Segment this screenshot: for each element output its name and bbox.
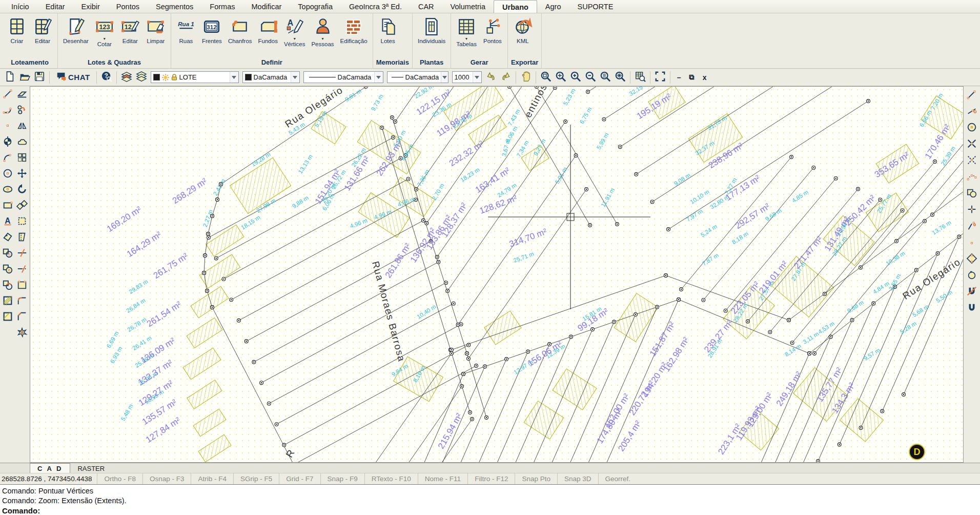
menu-tab-formas[interactable]: Formas xyxy=(201,0,243,13)
edit-vertices-tool[interactable] xyxy=(16,280,28,292)
ribbon-button-editar[interactable]: Editar xyxy=(30,14,55,45)
pan-button[interactable] xyxy=(519,71,533,84)
zoom-extents-button[interactable] xyxy=(614,71,627,84)
redo-button[interactable] xyxy=(499,71,513,84)
window-close-button[interactable]: x xyxy=(699,73,710,82)
layer-combo[interactable]: LOTE xyxy=(151,71,239,83)
draw-point-tool[interactable] xyxy=(2,121,14,133)
menu-tab-geoincra-3-ed-[interactable]: GeoIncra 3ª Ed. xyxy=(341,0,410,13)
explode-tool[interactable] xyxy=(16,327,28,340)
ribbon-button-limpar[interactable]: Limpar xyxy=(143,14,169,45)
snap-perpendicular-tool[interactable] xyxy=(966,221,978,233)
snap-center-tool[interactable] xyxy=(966,122,978,134)
ribbon-button-lotes[interactable]: Lotes xyxy=(375,14,401,45)
dropdown-arrow-icon[interactable]: ▾ xyxy=(104,37,106,41)
snap-rotate-tool[interactable] xyxy=(966,270,978,282)
hatch-light-tool[interactable] xyxy=(2,311,14,324)
menu-tab-pontos[interactable]: Pontos xyxy=(108,0,148,13)
ribbon-button-criar[interactable]: Criar xyxy=(4,14,30,45)
scale-combo[interactable]: 1000 xyxy=(452,71,482,83)
help-button[interactable]: ? xyxy=(100,71,113,84)
snap-endpoint-tool[interactable] xyxy=(966,89,978,102)
lineweight-combo[interactable]: DaCamada xyxy=(387,71,448,83)
snap-toggle-grid-f7[interactable]: Grid - F7 xyxy=(279,473,320,484)
snap-toggle-snap-f9[interactable]: Snap - F9 xyxy=(320,473,364,484)
snap-quadrant-tool[interactable] xyxy=(966,253,978,266)
linetype-combo[interactable]: DaCamada xyxy=(303,71,383,83)
chevron-down-icon[interactable] xyxy=(230,72,238,83)
ribbon-button-individuais[interactable]: Individuais xyxy=(415,14,448,45)
zoom-out-button[interactable] xyxy=(584,71,597,84)
menu-tab-modificar[interactable]: Modificar xyxy=(243,0,290,13)
snap-off-tool[interactable] xyxy=(966,286,978,299)
draw-tag-tool[interactable] xyxy=(2,232,14,244)
snap-intersection-tool[interactable] xyxy=(966,138,978,151)
dropdown-arrow-icon[interactable]: ▾ xyxy=(465,37,467,41)
color-combo[interactable]: DaCamada xyxy=(242,71,300,83)
snap-point-tool[interactable] xyxy=(966,237,978,249)
draw-polyline-tool[interactable] xyxy=(2,105,14,117)
snap-toggle-filtro-f12[interactable]: Filtro - F12 xyxy=(467,473,515,484)
menu-tab-topografia[interactable]: Topografia xyxy=(290,0,341,13)
ribbon-button-kml[interactable]: KML xyxy=(510,14,536,45)
draw-ellipse-tool[interactable] xyxy=(2,184,14,196)
select-circle-tool[interactable] xyxy=(2,248,14,260)
snap-node-tool[interactable] xyxy=(966,204,978,216)
ribbon-button-editar[interactable]: 12Editar xyxy=(117,14,143,45)
window-minimize-button[interactable]: – xyxy=(673,73,685,82)
chevron-down-icon[interactable] xyxy=(441,72,447,83)
window-restore-button[interactable]: ⧉ xyxy=(686,73,698,82)
new-file-button[interactable] xyxy=(3,71,16,84)
ribbon-button-edifica-o[interactable]: Edificação xyxy=(337,14,371,45)
snap-toggle-atrib-f4[interactable]: Atrib - F4 xyxy=(191,473,233,484)
ribbon-button-frentes[interactable]: 312Frentes xyxy=(199,14,225,45)
mirror-tool[interactable] xyxy=(16,121,28,133)
hatch-dark-tool[interactable] xyxy=(2,295,14,308)
snap-toggle-osnap-f3[interactable]: Osnap - F3 xyxy=(142,473,191,484)
zoom-in-button[interactable] xyxy=(569,71,582,84)
zoom-table-button[interactable] xyxy=(634,71,647,84)
menu-tab-urbano[interactable]: Urbano xyxy=(494,0,537,13)
select-window-tool[interactable] xyxy=(2,264,14,276)
draw-rectangle-tool[interactable] xyxy=(2,200,14,212)
snap-path-tool[interactable] xyxy=(966,171,978,184)
offset-rect-tool[interactable] xyxy=(16,216,28,228)
draw-text-tool[interactable]: A xyxy=(2,216,14,228)
zoom-dynamic-button[interactable] xyxy=(554,71,567,84)
save-file-button[interactable] xyxy=(33,71,46,84)
chevron-down-icon[interactable] xyxy=(374,72,383,83)
copy-object-tool[interactable] xyxy=(2,280,14,292)
menu-tab-segmentos[interactable]: Segmentos xyxy=(148,0,201,13)
undo-button[interactable] xyxy=(484,71,498,84)
snap-toggle-nome-f11[interactable]: Nome - F11 xyxy=(418,473,467,484)
draw-circle-tool[interactable] xyxy=(2,168,14,181)
view-extents-button[interactable] xyxy=(654,71,667,84)
command-console[interactable]: Comando: Pontuar Vértices Comando: Zoom:… xyxy=(0,484,980,515)
menu-tab-car[interactable]: CAR xyxy=(410,0,442,13)
menu-tab-editar[interactable]: Editar xyxy=(37,0,73,13)
ribbon-button-desenhar[interactable]: Desenhar xyxy=(60,14,92,45)
draw-line-tool[interactable] xyxy=(2,89,14,101)
snap-magnet-tool[interactable] xyxy=(966,303,978,315)
snap-toggle-georref-[interactable]: Georref. xyxy=(598,473,638,484)
menu-tab-suporte[interactable]: SUPORTE xyxy=(569,0,621,13)
menu-tab-exibir[interactable]: Exibir xyxy=(73,0,108,13)
chamfer-corner-tool[interactable] xyxy=(16,311,28,324)
dropdown-arrow-icon[interactable]: ▾ xyxy=(294,37,296,41)
snap-near-tool[interactable] xyxy=(966,106,978,118)
array-tool[interactable] xyxy=(16,152,28,165)
open-file-button[interactable] xyxy=(18,71,31,84)
snap-shape-tool[interactable] xyxy=(966,188,978,200)
erase-tool[interactable] xyxy=(16,89,28,101)
revision-cloud-tool[interactable] xyxy=(16,136,28,149)
stretch-tool[interactable] xyxy=(16,232,28,244)
view-tab-raster[interactable]: RASTER xyxy=(70,464,112,473)
layer-manager-button[interactable] xyxy=(135,71,148,84)
ribbon-button-v-rtices[interactable]: A▾Vértices xyxy=(281,14,309,48)
ribbon-button-pessoas[interactable]: ▾Pessoas xyxy=(308,14,337,48)
dropdown-arrow-icon[interactable]: ▾ xyxy=(322,37,324,41)
zoom-window-button[interactable] xyxy=(539,71,553,84)
snap-apparent-tool[interactable] xyxy=(966,155,978,167)
rotate-tool[interactable] xyxy=(16,184,28,196)
transform-tool[interactable] xyxy=(16,105,28,117)
